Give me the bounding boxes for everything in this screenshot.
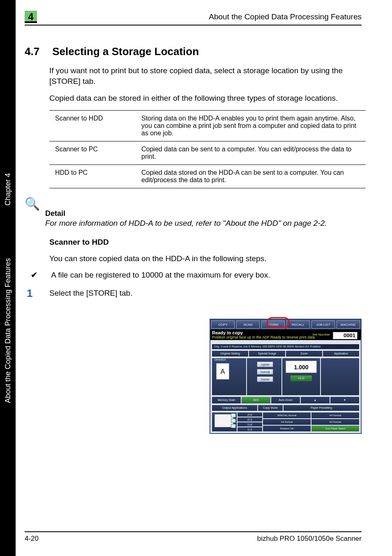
output-thumb-col (212, 412, 237, 431)
store-highlight-ring (267, 317, 290, 328)
header-title: About the Copied Data Processing Feature… (209, 12, 362, 21)
control-panel-screenshot: COPY SCAN STORE RECALL JOB LIST MACHINE … (210, 319, 362, 434)
tab-scan[interactable]: SCAN (236, 320, 260, 329)
page-icon (231, 413, 236, 417)
magnifier-icon: 🔍 (25, 197, 40, 211)
density-lighter-button[interactable]: Lighter (257, 361, 273, 367)
tab-zoom[interactable]: Zoom (286, 351, 322, 357)
mid-row: Direction A Lighter Normal Darker 1.000 … (212, 358, 359, 395)
mode-2-1-button[interactable]: 2>1 (238, 417, 262, 422)
paper-button[interactable]: A4 Normal (311, 412, 359, 418)
step-number: 1 (27, 287, 32, 300)
intro-2: Copied data can be stored in either of t… (49, 93, 366, 104)
zoom-col: 1.000 x1.0 (282, 358, 321, 395)
page-header: 4 About the Copied Data Processing Featu… (25, 12, 362, 25)
memory-scan-button[interactable]: Memory Scan (212, 397, 241, 403)
rotation-off-button[interactable]: Rotation Off (263, 426, 311, 431)
section-heading: 4.7 Selecting a Storage Location (49, 45, 366, 58)
arrow-down-button[interactable]: ▼ (330, 397, 359, 403)
paper-presetting-label: Paper Presetting (284, 405, 359, 411)
density-darker-button[interactable]: Darker (257, 376, 273, 382)
tab-original-setting[interactable]: Original Setting (212, 351, 248, 357)
paper-button[interactable]: SPECIAL Normal (263, 412, 311, 418)
mode-2-2-button[interactable]: 2>2 (238, 412, 262, 417)
detail-text: For more information of HDD-A to be used… (45, 218, 366, 229)
mode-1-2-button[interactable]: 1>2 (238, 422, 262, 426)
paper-button[interactable]: A4 Normal (263, 419, 311, 425)
step-text: Select the [STORE] tab. (49, 289, 366, 298)
tab-copy[interactable]: COPY (211, 320, 235, 329)
side-chapter: Chapter 4 (4, 173, 12, 206)
section-tabs: Original Setting Special Image Zoom Appl… (212, 351, 359, 357)
direction-a-box[interactable]: A (216, 363, 229, 380)
direction-col: Direction A (212, 358, 246, 395)
detail-block: 🔍 Detail For more information of HDD-A t… (25, 197, 366, 229)
section-title: Selecting a Storage Location (52, 45, 199, 58)
header-rule (25, 25, 362, 25)
subsection-title: Scanner to HDD (49, 238, 366, 247)
density-normal-button[interactable]: Normal (257, 369, 273, 375)
section-number: 4.7 (25, 45, 49, 58)
chapter-number-box: 4 (25, 11, 37, 23)
bottom-grid: 2>2 2>1 1>2 1>1 SPECIAL Normal A4 Normal… (212, 412, 359, 431)
direction-label: Direction (214, 358, 226, 361)
copy-mode-label: Copy Mode (258, 405, 283, 411)
table-val: Copied data stored on the HDD-A can be s… (136, 164, 366, 188)
meter-bar: Orig. Count 0 Reserve Job 0 Memory 100.0… (212, 344, 359, 349)
table-key: Scanner to HDD (49, 110, 136, 141)
check-line: ✔ A file can be registered to 10000 at t… (31, 270, 366, 280)
low-row-2: Output Applications Copy Mode Paper Pres… (212, 405, 359, 411)
chapter-number-underline (25, 21, 37, 23)
content: 4.7 Selecting a Storage Location If you … (49, 37, 366, 298)
side-texts: Chapter 4 About the Copied Data Processi… (2, 0, 15, 556)
copy-mode-col: 2>2 2>1 1>2 1>1 (238, 412, 262, 431)
tab-joblist[interactable]: JOB LIST (311, 320, 335, 329)
status-bold: Ready to copy (212, 330, 243, 335)
side-features: About the Copied Data Processing Feature… (4, 258, 12, 403)
page-icon (231, 419, 236, 423)
table-key: Scanner to PC (49, 141, 136, 164)
tab-recall[interactable]: RECALL (286, 320, 310, 329)
check-icon: ✔ (31, 270, 49, 280)
paper-button[interactable]: A3 Normal (311, 419, 359, 425)
arrow-up-button[interactable]: ▲ (301, 397, 330, 403)
application-col (321, 358, 359, 395)
low-row-1: Memory Scan AES Auto Zoom ▲ ▼ (212, 397, 359, 403)
paper-grid: SPECIAL Normal A4 Normal A4 Normal A3 No… (263, 412, 359, 431)
tray-icon (231, 424, 236, 428)
location-table: Scanner to HDD Storing data on the HDD-A… (49, 110, 366, 188)
step-row: 1 Select the [STORE] tab. (49, 289, 366, 298)
status-line: Position original face up in the ADF Rea… (212, 335, 315, 339)
chapter-number: 4 (28, 11, 33, 22)
table-row: Scanner to HDD Storing data on the HDD-A… (49, 110, 366, 141)
table-row: HDD to PC Copied data stored on the HDD-… (49, 164, 366, 188)
table-val: Copied data can be sent to a computer. Y… (136, 141, 366, 164)
zoom-value: 1.000 (286, 361, 317, 373)
tab-application[interactable]: Application (323, 351, 359, 357)
table-row: Scanner to PC Copied data can be sent to… (49, 141, 366, 164)
subsection-line: You can store copied data on the HDD-A i… (49, 253, 366, 264)
footer-page-number: 4-20 (25, 535, 39, 543)
output-applications-button[interactable]: Output Applications (212, 405, 257, 411)
footer-rule (25, 531, 362, 532)
detail-label: Detail (45, 209, 366, 218)
aes-button[interactable]: AES (242, 397, 270, 403)
tab-machine[interactable]: MACHINE (337, 320, 360, 329)
footer-product-name: bizhub PRO 1050/1050e Scanner (257, 535, 362, 543)
auto-zoom-button[interactable]: Auto Zoom (271, 397, 300, 403)
auto-paper-select-button[interactable]: Auto Paper Select (311, 426, 359, 431)
intro-1: If you want not to print but to store co… (49, 65, 366, 86)
footer: 4-20 bizhub PRO 1050/1050e Scanner (25, 534, 362, 544)
mode-1-1-button[interactable]: 1>1 (238, 427, 262, 431)
table-key: HDD to PC (49, 164, 136, 188)
count-label: Set Number (312, 333, 330, 336)
table-val: Storing data on the HDD-A enables you to… (136, 110, 366, 141)
density-col: Lighter Normal Darker (247, 358, 281, 395)
zoom-x1-button[interactable]: x1.0 (291, 375, 312, 381)
tab-special-image[interactable]: Special Image (249, 351, 285, 357)
check-text: A file can be registered to 10000 at the… (51, 271, 270, 279)
count-value: 0001 (333, 332, 357, 339)
